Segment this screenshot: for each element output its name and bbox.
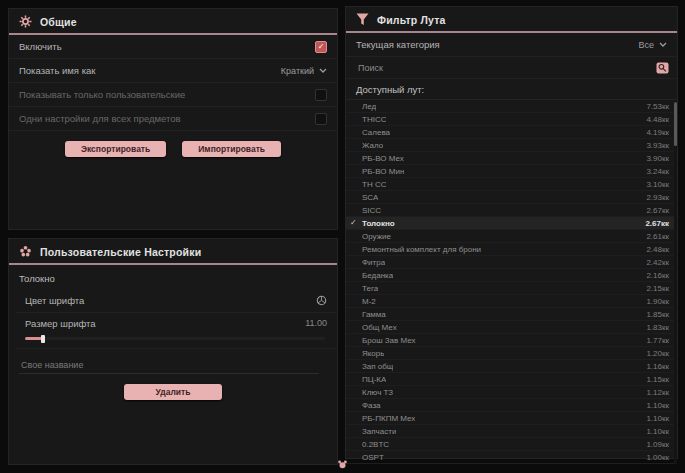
loot-item-name: Толокно (362, 219, 395, 228)
loot-row[interactable]: Гамма1.85кк (346, 308, 677, 321)
loot-row[interactable]: Ключ ТЗ1.12кк (346, 386, 677, 399)
loot-row[interactable]: Салева4.19кк (346, 126, 677, 139)
loot-item-name: Беданка (362, 271, 393, 280)
loot-list: Лед7.53ккTHICC4.48ккСалева4.19ккЖало3.93… (346, 99, 677, 464)
loot-item-name: Оружие (362, 232, 391, 241)
enable-checkbox[interactable] (315, 41, 327, 53)
slider-thumb[interactable] (41, 335, 45, 343)
selected-item-name: Толокно (9, 265, 337, 289)
loot-row[interactable]: Оружие2.61кк (346, 230, 677, 243)
loot-item-name: РБ-ПКПМ Мех (362, 414, 415, 423)
loot-row[interactable]: Жало3.93кк (346, 139, 677, 152)
font-size-row: Размер шрифта 11.00 (15, 313, 337, 333)
loot-item-value: 3.93кк (646, 141, 669, 150)
loot-row[interactable]: THICC4.48кк (346, 113, 677, 126)
chevron-down-icon (659, 42, 667, 47)
loot-item-name: THICC (362, 115, 386, 124)
loot-row[interactable]: Ремонтный комплект для брони2.48кк (346, 243, 677, 256)
loot-row[interactable]: Лед7.53кк (346, 100, 677, 113)
loot-item-value: 1.00кк (646, 453, 669, 462)
export-button[interactable]: Экспортировать (65, 141, 166, 157)
loot-item-value: 1.10кк (646, 414, 669, 423)
font-size-slider-wrap (15, 333, 337, 349)
only-custom-checkbox[interactable] (315, 89, 327, 101)
loot-item-value: 1.20кк (646, 349, 669, 358)
loot-row[interactable]: Зап общ1.16кк (346, 360, 677, 373)
loot-item-name: Салева (362, 128, 390, 137)
loot-item-value: 1.77кк (646, 336, 669, 345)
loot-row[interactable]: ✓Толокно2.67кк (346, 217, 677, 230)
loot-row[interactable]: Беданка2.16кк (346, 269, 677, 282)
gear-icon (19, 15, 32, 28)
loot-item-value: 4.48кк (646, 115, 669, 124)
loot-item-value: 1.09кк (646, 440, 669, 449)
loot-row[interactable]: Якорь1.20кк (346, 347, 677, 360)
loot-item-value: 1.83кк (646, 323, 669, 332)
color-wheel-icon[interactable] (316, 295, 327, 306)
loot-row[interactable]: ПЦ-КА1.15кк (346, 373, 677, 386)
loot-item-name: OSPT (362, 453, 384, 462)
category-dropdown[interactable]: Все (638, 40, 667, 50)
general-buttons-row: Экспортировать Импортировать (9, 141, 337, 157)
loot-item-value: 2.16кк (646, 271, 669, 280)
available-loot-label: Доступный лут: (346, 79, 677, 99)
flower-icon (19, 245, 32, 258)
same-settings-checkbox[interactable] (315, 113, 327, 125)
custom-buttons-row: Удалить (9, 384, 337, 400)
loot-item-value: 2.15кк (646, 284, 669, 293)
loot-item-name: Жало (362, 141, 383, 150)
loot-list-scrollbar[interactable] (674, 100, 677, 464)
loot-item-name: РБ-ВО Мин (362, 167, 404, 176)
loot-row[interactable]: Тега2.15кк (346, 282, 677, 295)
search-icon[interactable] (656, 62, 669, 74)
loot-row[interactable]: Общ Мех1.83кк (346, 321, 677, 334)
loot-row[interactable]: SICC2.67кк (346, 204, 677, 217)
import-button[interactable]: Импортировать (182, 141, 281, 157)
loot-item-name: Зап общ (362, 362, 393, 371)
loot-item-name: Ремонтный комплект для брони (362, 245, 481, 254)
custom-name-input[interactable] (19, 357, 319, 374)
loot-row[interactable]: Запчасти1.10кк (346, 425, 677, 438)
general-panel: Общие Включить Показать имя как Краткий … (8, 8, 338, 230)
loot-item-name: SICC (362, 206, 381, 215)
font-size-label: Размер шрифта (25, 318, 96, 329)
same-settings-row: Одни настройки для всех предметов (9, 107, 337, 131)
loot-item-value: 2.48кк (646, 245, 669, 254)
custom-panel-title: Пользовательские Настройки (40, 246, 201, 258)
loot-row[interactable]: Фитра2.42кк (346, 256, 677, 269)
display-name-value: Краткий (281, 66, 314, 76)
enable-label: Включить (19, 41, 62, 52)
search-input[interactable] (356, 62, 656, 74)
bottom-handle-icon[interactable] (337, 459, 348, 470)
delete-button[interactable]: Удалить (124, 384, 223, 400)
loot-row[interactable]: 0.2BTC1.09кк (346, 438, 677, 451)
loot-row[interactable]: РБ-ПКПМ Мех1.10кк (346, 412, 677, 425)
loot-item-name: Гамма (362, 310, 386, 319)
scrollbar-thumb[interactable] (674, 102, 677, 146)
general-panel-header: Общие (9, 9, 337, 33)
font-color-row: Цвет шрифта (15, 289, 337, 313)
loot-row[interactable]: Фаза1.10кк (346, 399, 677, 412)
loot-item-value: 3.90кк (646, 154, 669, 163)
font-size-value: 11.00 (305, 318, 327, 328)
loot-item-value: 4.19кк (646, 128, 669, 137)
loot-row[interactable]: OSPT1.00кк (346, 451, 677, 464)
loot-row[interactable]: ТН СС3.10кк (346, 178, 677, 191)
only-custom-label: Показывать только пользовательские (19, 89, 185, 100)
selected-check-icon: ✓ (350, 218, 357, 227)
loot-item-value: 2.67кк (646, 206, 669, 215)
loot-row[interactable]: SCA2.93кк (346, 191, 677, 204)
loot-item-name: Ключ ТЗ (362, 388, 393, 397)
font-size-slider[interactable] (25, 337, 325, 340)
loot-row[interactable]: М-21.90кк (346, 295, 677, 308)
loot-row[interactable]: РБ-ВО Мин3.24кк (346, 165, 677, 178)
display-name-dropdown[interactable]: Краткий (281, 66, 327, 76)
loot-row[interactable]: РБ-ВО Мех3.90кк (346, 152, 677, 165)
loot-panel-header: Фильтр Лута (346, 7, 677, 31)
category-value: Все (638, 40, 654, 50)
custom-settings-panel: Пользовательские Настройки Толокно Цвет … (8, 238, 338, 465)
search-row (346, 57, 677, 79)
loot-item-value: 1.85кк (646, 310, 669, 319)
category-label: Текущая категория (356, 39, 440, 50)
loot-row[interactable]: Брош Зав Мех1.77кк (346, 334, 677, 347)
